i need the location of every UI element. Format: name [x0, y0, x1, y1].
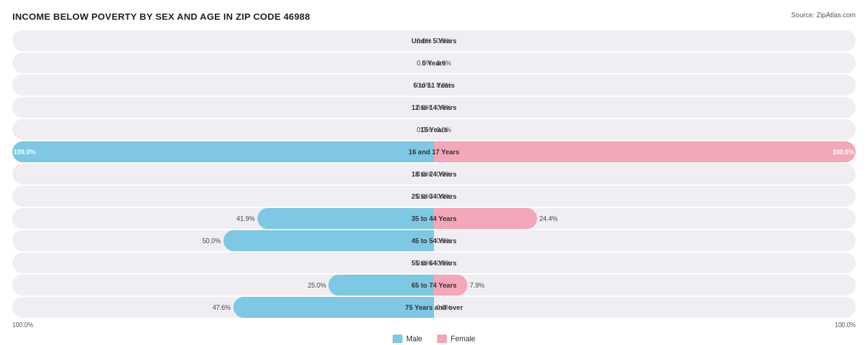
legend-male: Male	[393, 335, 422, 343]
legend-male-box	[393, 335, 403, 343]
bar-val-left: 50.0%	[202, 237, 221, 244]
bar-row: 6 to 11 Years0.0%0.0%	[12, 75, 856, 96]
bar-val-right: 0.0%	[436, 37, 451, 44]
bar-val-right: 24.4%	[540, 215, 558, 222]
legend-female-box	[437, 335, 447, 343]
bar-row: 75 Years and over47.6%0.0%	[12, 297, 856, 318]
bar-val-left: 47.6%	[212, 304, 231, 311]
bar-val-right: 7.9%	[470, 281, 485, 289]
bar-row: 16 and 17 Years100.0%100.0%	[12, 141, 856, 162]
bar-row: 15 Years0.0%0.0%	[12, 119, 856, 140]
bar-row: 35 to 44 Years41.9%24.4%	[12, 208, 856, 229]
bar-val-right: 100.0%	[832, 148, 854, 156]
rows-area: Under 5 Years0.0%0.0%5 Years0.0%0.0%6 to…	[12, 30, 856, 328]
bar-val-right: 0.0%	[436, 59, 451, 67]
bar-val-right: 0.0%	[436, 259, 451, 267]
axis-left: 100.0%	[12, 322, 33, 328]
chart-source: Source: ZipAtlas.com	[791, 11, 856, 19]
chart-title: INCOME BELOW POVERTY BY SEX AND AGE IN Z…	[12, 11, 310, 22]
bar-val-right: 0.0%	[436, 81, 451, 89]
bar-val-left: 0.0%	[417, 193, 432, 200]
bar-val-right: 0.0%	[436, 126, 451, 133]
chart-container: INCOME BELOW POVERTY BY SEX AND AGE IN Z…	[0, 0, 868, 345]
bar-val-left: 0.0%	[417, 104, 432, 111]
bar-row: 5 Years0.0%0.0%	[12, 52, 856, 73]
bar-row: 65 to 74 Years25.0%7.9%	[12, 275, 856, 296]
bar-val-left: 0.0%	[417, 59, 432, 67]
bar-val-left: 0.0%	[417, 37, 432, 44]
bar-val-left: 0.0%	[417, 126, 432, 133]
chart-header: INCOME BELOW POVERTY BY SEX AND AGE IN Z…	[12, 11, 856, 22]
bar-row: Under 5 Years0.0%0.0%	[12, 30, 856, 51]
bar-row: 45 to 54 Years50.0%0.0%	[12, 230, 856, 251]
bar-val-left: 100.0%	[14, 148, 36, 156]
axis-right: 100.0%	[835, 322, 856, 328]
legend-male-label: Male	[406, 335, 422, 343]
bar-val-left: 0.0%	[417, 81, 432, 89]
bar-val-right: 0.0%	[436, 237, 451, 244]
bar-val-left: 0.0%	[417, 170, 432, 178]
legend-female: Female	[437, 335, 475, 343]
bar-row: 55 to 64 Years0.0%0.0%	[12, 252, 856, 273]
axis-row: 100.0%100.0%	[12, 322, 856, 328]
bar-val-right: 0.0%	[436, 193, 451, 200]
chart-legend: Male Female	[12, 335, 856, 343]
bar-row: 18 to 24 Years0.0%0.0%	[12, 164, 856, 185]
bar-row: 25 to 34 Years0.0%0.0%	[12, 186, 856, 207]
bar-val-left: 41.9%	[236, 215, 255, 222]
bar-val-right: 0.0%	[436, 304, 451, 311]
bar-val-right: 0.0%	[436, 170, 451, 178]
bar-val-right: 0.0%	[436, 104, 451, 111]
bar-val-left: 0.0%	[417, 259, 432, 267]
legend-female-label: Female	[451, 335, 475, 343]
bar-val-left: 25.0%	[307, 281, 326, 289]
bar-row: 12 to 14 Years0.0%0.0%	[12, 97, 856, 118]
